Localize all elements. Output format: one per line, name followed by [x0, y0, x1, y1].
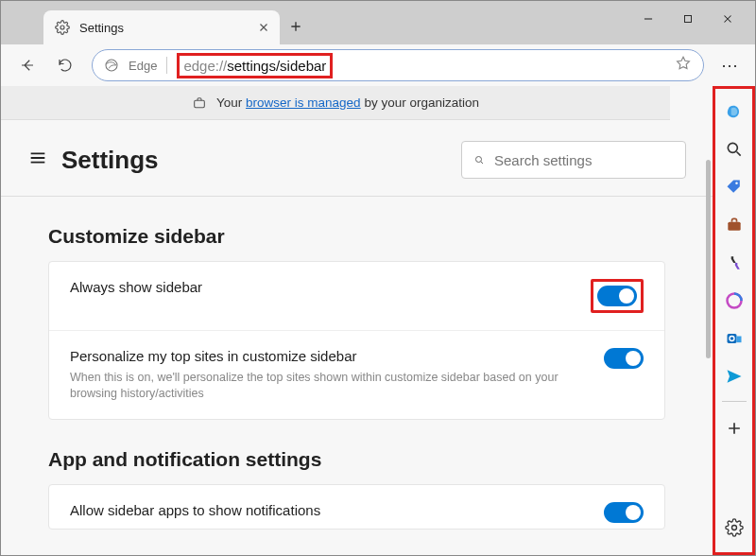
settings-menu-button[interactable]: [27, 148, 48, 172]
settings-header: Settings: [1, 120, 713, 190]
sidebar-item-microsoft365[interactable]: [717, 284, 751, 318]
browser-tab-settings[interactable]: Settings: [43, 10, 280, 44]
svg-rect-8: [727, 334, 736, 343]
minimize-icon[interactable]: [642, 12, 655, 26]
svg-rect-3: [195, 100, 205, 107]
address-source-label: Edge: [129, 59, 157, 73]
sidebar-item-send[interactable]: [717, 359, 751, 393]
sidebar-item-outlook[interactable]: [717, 321, 751, 356]
url-path: settings/sidebar: [227, 58, 326, 74]
new-tab-button[interactable]: [280, 10, 312, 43]
favorite-button[interactable]: [675, 55, 692, 76]
row-label: Always show sidebar: [70, 279, 576, 295]
toggle-always-show-sidebar[interactable]: [597, 286, 637, 306]
toggle-allow-notifications[interactable]: [604, 502, 644, 523]
section-title-customize-sidebar: Customize sidebar: [1, 197, 713, 261]
toggle-personalize-top-sites[interactable]: [604, 348, 644, 369]
search-icon: [473, 151, 485, 168]
sidebar-item-tools[interactable]: [717, 208, 751, 242]
sidebar-item-shopping-tag[interactable]: [717, 170, 751, 204]
sidebar-add-button[interactable]: [717, 411, 751, 445]
managed-notice: Your browser is managed by your organiza…: [1, 86, 670, 120]
window-close-icon[interactable]: [721, 12, 734, 26]
svg-point-4: [476, 157, 482, 163]
page-title: Settings: [61, 146, 448, 175]
address-divider: [166, 57, 167, 74]
card-app-notifications: Allow sidebar apps to show notifications: [48, 484, 665, 530]
scrollbar-thumb[interactable]: [706, 160, 711, 358]
briefcase-icon: [192, 96, 207, 111]
svg-point-10: [731, 526, 736, 530]
toggle-highlight: [591, 279, 644, 313]
section-title-app-notifications: App and notification settings: [1, 420, 713, 484]
sidebar-settings-button[interactable]: [717, 511, 751, 545]
managed-post: by your organization: [361, 96, 479, 110]
search-settings[interactable]: [461, 141, 686, 179]
sidebar-item-copilot[interactable]: [717, 95, 751, 129]
svg-rect-7: [728, 222, 740, 231]
address-bar[interactable]: Edge edge://settings/sidebar: [92, 49, 704, 81]
titlebar: Settings: [1, 1, 755, 44]
tab-title: Settings: [79, 21, 248, 35]
card-customize-sidebar: Always show sidebar Personalize my top s…: [48, 261, 665, 420]
close-icon[interactable]: [257, 21, 270, 34]
refresh-button[interactable]: [48, 48, 82, 82]
managed-pre: Your: [216, 96, 246, 110]
row-label: Personalize my top sites in customize si…: [70, 348, 589, 364]
row-description: When this is on, we'll personalize the t…: [70, 370, 589, 402]
url-scheme: edge://: [183, 58, 227, 74]
more-menu-button[interactable]: ⋯: [713, 55, 746, 76]
sidebar-item-games[interactable]: [717, 246, 751, 280]
row-always-show-sidebar: Always show sidebar: [49, 262, 664, 330]
svg-point-0: [60, 26, 64, 29]
managed-link[interactable]: browser is managed: [246, 96, 361, 110]
row-label: Allow sidebar apps to show notifications: [70, 502, 589, 518]
search-input[interactable]: [494, 152, 674, 168]
gear-icon: [55, 20, 70, 35]
svg-rect-1: [685, 16, 692, 23]
browser-window: Settings Edge edge://settings/sidebar ⋯: [0, 0, 756, 556]
row-allow-notifications: Allow sidebar apps to show notifications: [49, 485, 664, 529]
maximize-icon[interactable]: [681, 12, 695, 26]
url-highlight: edge://settings/sidebar: [177, 53, 333, 78]
edge-icon: [104, 58, 119, 73]
content-area: Your browser is managed by your organiza…: [1, 86, 713, 555]
row-personalize-top-sites: Personalize my top sites in customize si…: [49, 330, 664, 419]
toolbar: Edge edge://settings/sidebar ⋯: [1, 44, 755, 86]
svg-point-6: [735, 182, 738, 185]
edge-sidebar: [713, 86, 755, 555]
window-controls: [642, 12, 751, 26]
svg-point-5: [728, 143, 737, 152]
back-button[interactable]: [10, 48, 44, 82]
sidebar-divider: [722, 401, 747, 402]
sidebar-item-search[interactable]: [717, 132, 751, 166]
